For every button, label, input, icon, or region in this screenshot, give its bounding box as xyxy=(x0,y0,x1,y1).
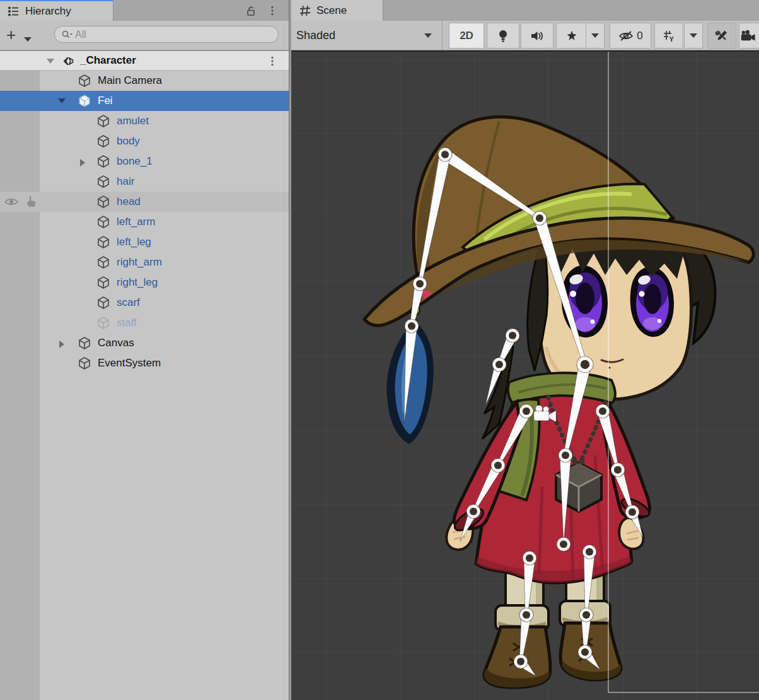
hierarchy-item-right-leg[interactable]: right_leg xyxy=(0,272,289,293)
bone-joint-center-chin xyxy=(581,360,589,369)
hierarchy-item-right-arm[interactable]: right_arm xyxy=(0,252,289,272)
gameobject-cube-icon xyxy=(96,255,110,269)
item-label: left_arm xyxy=(117,212,155,232)
grid-visibility-button[interactable]: Y xyxy=(654,23,682,49)
prefab-cube-icon xyxy=(78,94,91,108)
chevron-down-icon[interactable] xyxy=(47,59,54,64)
item-label: Main Camera xyxy=(98,71,162,91)
grid-dropdown-button[interactable] xyxy=(684,23,703,49)
item-label: EventSystem xyxy=(98,353,161,373)
scene-viewport[interactable] xyxy=(291,50,759,700)
hierarchy-item-left-leg[interactable]: left_leg xyxy=(0,232,289,252)
search-input[interactable] xyxy=(74,28,253,41)
hierarchy-tab-label: Hierarchy xyxy=(25,5,71,18)
item-label: amulet xyxy=(117,111,149,131)
create-button[interactable]: + xyxy=(6,26,16,43)
tab-scene[interactable]: Scene xyxy=(291,0,383,21)
lock-button[interactable] xyxy=(243,3,258,18)
effects-toggle-button[interactable] xyxy=(556,23,586,49)
bone-joint-center-pelvis xyxy=(560,540,567,548)
scene-name-label: _Character xyxy=(80,51,136,70)
item-label: right_arm xyxy=(117,252,162,272)
bone-joint-center-hat-tail xyxy=(416,280,424,288)
hierarchy-item-eventsystem[interactable]: EventSystem xyxy=(0,353,289,373)
hierarchy-item-fei[interactable]: Fei xyxy=(0,91,289,111)
chevron-right-icon[interactable] xyxy=(59,341,64,348)
item-label: scarf xyxy=(117,293,140,313)
hierarchy-item-head[interactable]: head xyxy=(0,192,289,212)
item-label: left_leg xyxy=(117,232,151,252)
item-label: Canvas xyxy=(98,333,134,353)
hierarchy-item-main-camera[interactable]: Main Camera xyxy=(0,71,289,91)
hierarchy-panel: Hierarchy + xyxy=(0,0,289,700)
chevron-down-icon[interactable] xyxy=(58,98,66,103)
hierarchy-item-canvas[interactable]: Canvas xyxy=(0,333,289,353)
bone-joint-center-feather xyxy=(408,322,415,330)
effects-star-icon xyxy=(565,29,579,43)
scene-grid-icon xyxy=(299,4,311,17)
gameobject-cube-icon xyxy=(96,316,110,330)
bone-joint-center-hat-band xyxy=(536,214,543,222)
gameobject-cube-icon xyxy=(96,296,110,310)
gameobject-cube-icon xyxy=(96,276,110,289)
chevron-right-icon[interactable] xyxy=(80,159,85,166)
hierarchy-list-icon xyxy=(8,5,20,18)
pick-hand-icon[interactable] xyxy=(24,195,39,209)
item-label: staff xyxy=(117,313,137,333)
gameobject-cube-icon xyxy=(78,74,91,88)
kebab-menu-icon[interactable] xyxy=(267,54,277,68)
speaker-icon xyxy=(530,29,545,43)
draw-mode-label: Shaded xyxy=(296,21,335,50)
hierarchy-item-left-arm[interactable]: left_arm xyxy=(0,212,289,232)
2d-toggle-button[interactable]: 2D xyxy=(449,23,484,49)
hierarchy-toolbar: + xyxy=(0,21,289,50)
tab-hierarchy[interactable]: Hierarchy xyxy=(0,0,113,21)
2d-label: 2D xyxy=(460,30,473,42)
gameobject-cube-icon xyxy=(96,195,110,209)
hidden-objects-button[interactable]: 0 xyxy=(610,23,651,49)
hidden-count-label: 0 xyxy=(637,30,642,42)
hierarchy-item-scarf[interactable]: scarf xyxy=(0,293,289,313)
lightbulb-icon xyxy=(496,28,510,44)
kebab-menu-icon xyxy=(267,5,277,16)
hierarchy-item-hair[interactable]: hair xyxy=(0,172,289,192)
search-field[interactable] xyxy=(54,26,279,43)
effects-dropdown-button[interactable] xyxy=(586,23,605,49)
chevron-down-icon xyxy=(424,33,432,38)
hierarchy-item-amulet[interactable]: amulet xyxy=(0,111,289,131)
panel-menu-button[interactable] xyxy=(265,3,280,18)
scene-tab-label: Scene xyxy=(316,4,347,17)
lighting-toggle-button[interactable] xyxy=(487,23,519,49)
character-sprite-fei[interactable] xyxy=(364,117,753,687)
bone-joint-center-l-knee xyxy=(523,611,530,619)
bone-joint-center-r-elbow xyxy=(614,466,622,474)
gameobject-cube-icon xyxy=(96,155,110,168)
bone-joint-center-l-ankle xyxy=(517,658,524,665)
gameobject-cube-icon xyxy=(96,215,110,229)
item-label: bone_1 xyxy=(117,151,153,172)
bone-joint-center-l-shoulder xyxy=(523,407,530,415)
chevron-down-icon xyxy=(591,33,599,38)
scene-header-row[interactable]: _Character xyxy=(0,50,289,71)
camera-settings-button[interactable] xyxy=(739,23,759,49)
bone-joint-center-r-shoulder xyxy=(599,407,606,415)
item-label: body xyxy=(117,131,140,151)
gameobject-cube-icon xyxy=(96,235,110,249)
hierarchy-item-bone-1[interactable]: bone_1 xyxy=(0,151,289,172)
audio-toggle-button[interactable] xyxy=(521,23,553,49)
eye-icon[interactable] xyxy=(4,195,19,209)
unlock-icon xyxy=(245,5,257,16)
draw-mode-dropdown[interactable]: Shaded xyxy=(291,21,443,50)
hierarchy-item-body[interactable]: body xyxy=(0,131,289,151)
chevron-down-icon xyxy=(690,33,697,38)
video-camera-icon xyxy=(739,29,759,43)
bone-joint-center-l-wrist xyxy=(470,508,477,515)
gameobject-cube-icon xyxy=(96,114,110,128)
hierarchy-item-staff[interactable]: staff xyxy=(0,313,289,333)
bone-joint-center-r-ankle xyxy=(581,648,589,656)
scene-view-canvas[interactable] xyxy=(291,52,759,700)
component-tools-button[interactable] xyxy=(707,23,736,49)
item-label: Fei xyxy=(98,91,113,111)
eye-slash-icon xyxy=(618,29,634,43)
create-dropdown-icon[interactable] xyxy=(24,37,32,42)
